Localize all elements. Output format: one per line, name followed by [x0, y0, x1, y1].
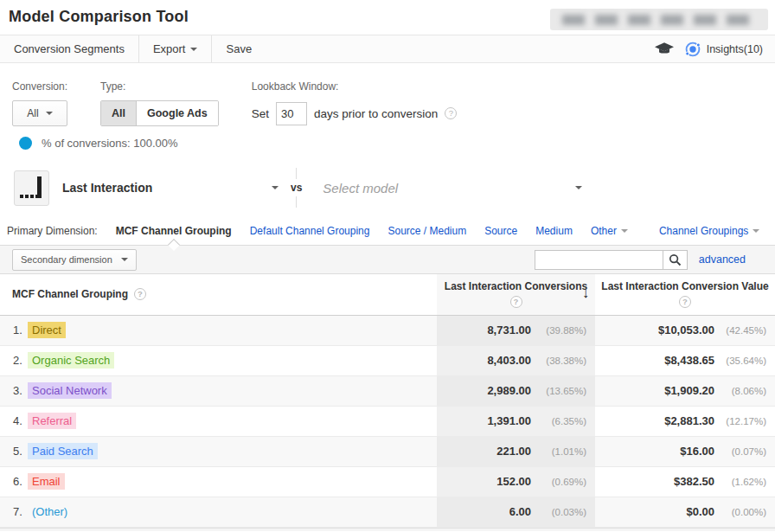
conversion-value: $10,053.00 [658, 324, 714, 337]
type-google-ads-button[interactable]: Google Ads [137, 101, 218, 125]
export-button[interactable]: Export [139, 35, 213, 62]
conversion-segments-label: Conversion Segments [14, 35, 125, 62]
conversion-value: $2,881.30 [664, 414, 714, 427]
conversions-pct: (13.65%) [531, 386, 586, 396]
pct-of-conversions-row: % of conversions: 100.00% [19, 137, 775, 150]
select-model-placeholder: Select model [323, 181, 398, 195]
conversions-pct: (1.01%) [531, 446, 586, 457]
channel-link-direct[interactable]: Direct [28, 322, 66, 338]
conversions-value: 8,731.00 [487, 324, 531, 337]
search-icon [669, 253, 682, 266]
last-interaction-model-icon [14, 170, 49, 206]
conversions-value: 2,989.00 [487, 384, 531, 397]
help-icon[interactable]: ? [134, 288, 146, 300]
conversion-value-pct: (35.64%) [714, 356, 766, 366]
conversion-value: $16.00 [680, 445, 714, 458]
primary-dimension-bar: Primary Dimension: MCF Channel Grouping … [0, 211, 775, 237]
help-icon[interactable]: ? [445, 107, 457, 119]
chevron-down-icon [190, 48, 197, 51]
help-icon[interactable]: ? [679, 296, 691, 308]
conversion-value-pct: (1.62%) [714, 477, 766, 487]
other-label: Other [591, 225, 617, 237]
table-row: 1.Direct 8,731.00(39.88%) $10,053.00(42.… [0, 315, 775, 345]
set-label: Set [252, 107, 269, 120]
export-label: Export [153, 35, 186, 62]
table-row: 7.(Other) 6.00(0.03%) $0.00(0.00%) [0, 497, 775, 527]
insights-button[interactable]: Insights(10) [684, 41, 763, 58]
intelligence-icon [684, 41, 701, 58]
column-header-conversions[interactable]: Last Interaction Conversions ? ↓ [437, 274, 595, 315]
lookback-label: Lookback Window: [252, 80, 458, 93]
selected-model-label: Last Interaction [62, 181, 152, 195]
help-icon[interactable]: ? [510, 296, 522, 308]
row-rank: 5. [0, 445, 23, 458]
conversions-dot-icon [19, 137, 32, 150]
column-header-channel[interactable]: MCF Channel Grouping ? [0, 274, 437, 315]
conversion-control: Conversion: All [12, 80, 67, 126]
secondary-dimension-button[interactable]: Secondary dimension [12, 249, 137, 271]
conversion-value: All [27, 107, 38, 119]
dimension-dropdown-channel-groupings[interactable]: Channel Groupings [659, 225, 759, 237]
table-row: 4.Referral 1,391.00(6.35%) $2,881.30(12.… [0, 406, 775, 436]
advanced-link[interactable]: advanced [699, 253, 746, 266]
secondary-dimension-label: Secondary dimension [21, 254, 112, 265]
row-rank: 7. [0, 505, 23, 518]
column-header-conversion-value[interactable]: Last Interaction Conversion Value ? [595, 274, 775, 315]
save-button[interactable]: Save [212, 35, 266, 62]
page-title: Model Comparison Tool [9, 8, 189, 26]
chevron-down-icon [121, 258, 128, 261]
type-control: Type: All Google Ads [100, 80, 219, 126]
search-input[interactable] [535, 250, 663, 270]
dimension-tab-medium[interactable]: Medium [535, 225, 573, 237]
sort-descending-icon: ↓ [582, 285, 589, 301]
value-header-label: Last Interaction Conversion Value [601, 280, 768, 292]
row-rank: 4. [0, 414, 23, 427]
channel-link-paid-search[interactable]: Paid Search [28, 443, 98, 459]
conversions-value: 8,403.00 [487, 354, 531, 367]
controls-row: Conversion: All Type: All Google Ads Loo… [0, 63, 775, 126]
primary-dimension-label: Primary Dimension: [7, 225, 98, 237]
education-cap-icon[interactable] [655, 42, 674, 55]
channel-link-referral[interactable]: Referral [28, 413, 76, 429]
row-rank: 2. [0, 354, 23, 367]
dimension-tab-source[interactable]: Source [484, 225, 517, 237]
type-all-button[interactable]: All [101, 101, 137, 125]
channel-link-organic-search[interactable]: Organic Search [28, 352, 114, 369]
conversions-value: 6.00 [509, 505, 531, 518]
chevron-down-icon [575, 186, 582, 189]
conversion-value-pct: (0.07%) [714, 446, 766, 457]
dimension-dropdown-other[interactable]: Other [591, 225, 628, 237]
vs-label: vs [291, 179, 302, 196]
model-dropdown-primary[interactable]: Last Interaction [62, 181, 279, 195]
filter-bar: Secondary dimension advanced [0, 245, 775, 274]
conversions-pct: (0.03%) [531, 507, 586, 517]
conversion-value: $1,909.20 [664, 384, 714, 397]
row-rank: 1. [0, 324, 23, 337]
conversion-value-pct: (42.45%) [714, 325, 766, 336]
conversion-value-pct: (12.17%) [714, 416, 766, 426]
conversions-pct: (38.38%) [531, 356, 586, 366]
search-button[interactable] [663, 250, 688, 270]
conversion-dropdown[interactable]: All [12, 100, 67, 126]
bottom-edge [0, 528, 775, 531]
channel-link-other[interactable]: (Other) [28, 503, 72, 520]
lookback-days-input[interactable] [276, 102, 307, 125]
dimension-tab-source-medium[interactable]: Source / Medium [388, 225, 466, 237]
model-dropdown-secondary[interactable]: Select model [323, 181, 582, 195]
channel-grouping-table: MCF Channel Grouping ? Last Interaction … [0, 274, 775, 528]
dimension-tab-mcf-channel-grouping[interactable]: MCF Channel Grouping [116, 225, 232, 237]
row-rank: 6. [0, 475, 23, 488]
conversions-pct: (0.69%) [531, 477, 586, 487]
conversion-value: $382.50 [674, 475, 714, 488]
table-row: 3.Social Network 2,989.00(13.65%) $1,909… [0, 375, 775, 406]
conversion-value: $8,438.65 [664, 354, 714, 367]
conversion-label: Conversion: [12, 80, 67, 93]
channel-link-email[interactable]: Email [28, 473, 65, 490]
conversion-segments-button[interactable]: Conversion Segments [0, 35, 139, 62]
conversion-value-pct: (8.06%) [714, 386, 766, 396]
table-row: 6.Email 152.00(0.69%) $382.50(1.62%) [0, 466, 775, 497]
channel-link-social-network[interactable]: Social Network [28, 382, 112, 399]
date-range-selector-redacted[interactable] [550, 9, 768, 30]
dimension-tab-default-channel-grouping[interactable]: Default Channel Grouping [250, 225, 370, 237]
toolbar: Conversion Segments Export Save Insights… [0, 35, 775, 63]
